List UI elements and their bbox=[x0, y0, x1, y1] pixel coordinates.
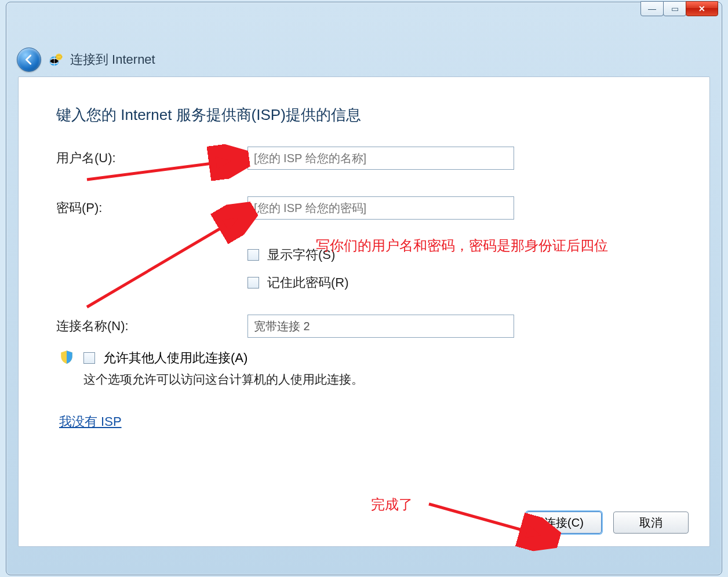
connect-button[interactable]: 连接(C) bbox=[526, 512, 602, 534]
dialog-buttons: 连接(C) 取消 bbox=[526, 512, 689, 534]
show-characters-label: 显示字符(S) bbox=[267, 246, 335, 264]
minimize-button[interactable]: — bbox=[640, 1, 664, 16]
allow-others-section: 允许其他人使用此连接(A) 这个选项允许可以访问这台计算机的人使用此连接。 bbox=[59, 349, 363, 388]
allow-others-checkbox[interactable] bbox=[83, 352, 95, 364]
svg-point-1 bbox=[56, 53, 62, 60]
window-title: 连接到 Internet bbox=[70, 51, 155, 68]
username-input[interactable] bbox=[247, 147, 514, 170]
shield-icon bbox=[59, 349, 74, 364]
connection-name-input[interactable] bbox=[247, 315, 514, 338]
connection-name-label: 连接名称(N): bbox=[56, 317, 247, 335]
arrow-left-icon bbox=[23, 53, 35, 66]
password-label: 密码(P): bbox=[56, 199, 247, 217]
no-isp-link[interactable]: 我没有 ISP bbox=[59, 413, 122, 430]
username-label: 用户名(U): bbox=[56, 149, 247, 167]
network-globe-icon bbox=[48, 52, 63, 67]
remember-password-checkbox[interactable] bbox=[247, 277, 259, 288]
window-controls: — ▭ ✕ bbox=[641, 1, 718, 16]
content-pane: 键入您的 Internet 服务提供商(ISP)提供的信息 用户名(U): 密码… bbox=[18, 76, 710, 547]
cancel-button[interactable]: 取消 bbox=[613, 512, 689, 534]
header: 连接到 Internet bbox=[17, 48, 155, 72]
show-characters-checkbox[interactable] bbox=[247, 249, 259, 261]
isp-form: 用户名(U): 密码(P): 显示字符(S) 记住此密码(R) 连接名称(N): bbox=[56, 147, 686, 364]
close-button[interactable]: ✕ bbox=[686, 1, 718, 16]
remember-password-label: 记住此密码(R) bbox=[267, 274, 349, 291]
page-heading: 键入您的 Internet 服务提供商(ISP)提供的信息 bbox=[56, 105, 361, 125]
password-input[interactable] bbox=[247, 196, 514, 220]
back-button[interactable] bbox=[17, 48, 41, 72]
maximize-button[interactable]: ▭ bbox=[663, 1, 686, 16]
allow-others-description: 这个选项允许可以访问这台计算机的人使用此连接。 bbox=[83, 371, 363, 388]
wizard-window: — ▭ ✕ 连接到 Internet 键入您的 Internet 服务提供商(I… bbox=[6, 2, 722, 575]
allow-others-label: 允许其他人使用此连接(A) bbox=[103, 349, 247, 367]
